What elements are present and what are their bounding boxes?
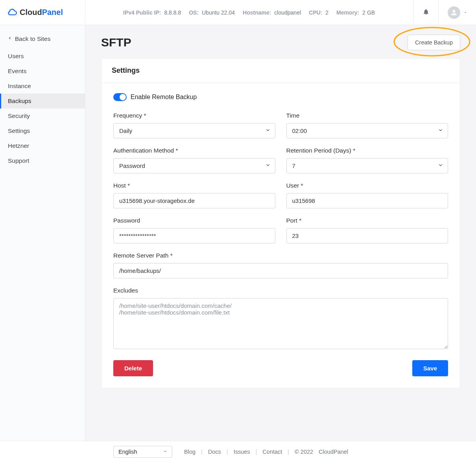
retention-group: Retention Period (Days) * 7 — [286, 147, 448, 173]
frequency-label: Frequency * — [113, 112, 275, 119]
bell-icon — [422, 8, 430, 17]
brand[interactable]: CloudPanel — [0, 0, 85, 25]
auth-method-group: Authentication Method * Password — [113, 147, 275, 173]
sidebar: Back to Sites Users Events Instance Back… — [0, 25, 85, 441]
remote-path-group: Remote Server Path * — [113, 252, 448, 278]
meta-os: OS: Ubuntu 22.04 — [189, 9, 235, 16]
port-input[interactable] — [286, 228, 448, 243]
sidebar-item-security[interactable]: Security — [0, 109, 85, 123]
create-backup-button[interactable]: Create Backup — [408, 35, 460, 50]
footer-link-docs[interactable]: Docs — [208, 449, 221, 455]
back-to-sites-label: Back to Sites — [15, 35, 50, 42]
host-label: Host * — [113, 182, 275, 189]
form-button-row: Delete Save — [113, 360, 448, 376]
retention-select[interactable]: 7 — [286, 158, 448, 173]
sidebar-item-events[interactable]: Events — [0, 64, 85, 79]
footer: English Blog| Docs| Issues| Contact| © 2… — [0, 441, 476, 462]
topbar-right — [413, 0, 476, 25]
sidebar-item-settings[interactable]: Settings — [0, 123, 85, 138]
frequency-group: Frequency * Daily — [113, 112, 275, 138]
footer-product: CloudPanel — [319, 449, 348, 455]
footer-link-blog[interactable]: Blog — [184, 449, 196, 455]
password-label: Password — [113, 217, 275, 224]
user-group: User * — [286, 182, 448, 208]
sidebar-item-support[interactable]: Support — [0, 153, 85, 168]
language-select-wrap: English — [113, 446, 172, 458]
host-input[interactable] — [113, 193, 275, 208]
settings-card-header: Settings — [101, 59, 460, 83]
toggle-knob-icon — [120, 94, 126, 100]
user-menu[interactable] — [438, 0, 476, 25]
notifications-button[interactable] — [413, 0, 438, 25]
host-group: Host * — [113, 182, 275, 208]
remote-path-input[interactable] — [113, 263, 448, 278]
time-label: Time — [286, 112, 448, 119]
remote-path-label: Remote Server Path * — [113, 252, 448, 259]
retention-label: Retention Period (Days) * — [286, 147, 448, 154]
main-content: SFTP Create Backup Settings Enable Remot… — [85, 25, 476, 441]
meta-ip: IPv4 Public IP: 8.8.8.8 — [123, 9, 181, 16]
enable-remote-backup-toggle[interactable] — [113, 93, 127, 101]
enable-remote-backup-label: Enable Remote Backup — [131, 94, 197, 101]
brand-text-panel: Panel — [42, 8, 63, 17]
excludes-textarea[interactable] — [113, 298, 448, 349]
delete-button[interactable]: Delete — [113, 360, 153, 376]
page-header: SFTP Create Backup — [101, 35, 460, 50]
footer-copyright: © 2022 — [295, 449, 313, 455]
time-select[interactable]: 02:00 — [286, 123, 448, 138]
auth-method-label: Authentication Method * — [113, 147, 275, 154]
meta-memory: Memory: 2 GB — [336, 9, 375, 16]
sidebar-nav: Users Events Instance Backups Security S… — [0, 49, 85, 168]
meta-cpu: CPU: 2 — [309, 9, 328, 16]
auth-method-select[interactable]: Password — [113, 158, 275, 173]
brand-text-cloud: Cloud — [20, 8, 42, 17]
meta-hostname: Hostname: cloudpanel — [243, 9, 301, 16]
port-label: Port * — [286, 217, 448, 224]
cloud-logo-icon — [7, 7, 17, 18]
settings-card: Settings Enable Remote Backup Frequency … — [101, 58, 460, 388]
port-group: Port * — [286, 217, 448, 243]
topbar: CloudPanel IPv4 Public IP: 8.8.8.8 OS: U… — [0, 0, 476, 25]
excludes-label: Excludes — [113, 287, 448, 294]
password-group: Password — [113, 217, 275, 243]
user-label: User * — [286, 182, 448, 189]
topbar-meta: IPv4 Public IP: 8.8.8.8 OS: Ubuntu 22.04… — [85, 0, 413, 25]
back-to-sites-link[interactable]: Back to Sites — [0, 30, 85, 49]
chevron-left-icon — [8, 35, 12, 42]
user-input[interactable] — [286, 193, 448, 208]
time-group: Time 02:00 — [286, 112, 448, 138]
settings-card-body: Enable Remote Backup Frequency * Daily — [101, 83, 460, 388]
frequency-select[interactable]: Daily — [113, 123, 275, 138]
excludes-group: Excludes — [113, 287, 448, 351]
settings-card-title: Settings — [112, 66, 450, 75]
save-button[interactable]: Save — [412, 360, 448, 376]
footer-link-issues[interactable]: Issues — [234, 449, 250, 455]
page-title: SFTP — [101, 36, 131, 49]
sidebar-item-backups[interactable]: Backups — [0, 94, 85, 109]
footer-link-contact[interactable]: Contact — [262, 449, 282, 455]
avatar-icon — [448, 6, 460, 19]
password-input[interactable] — [113, 228, 275, 243]
sidebar-item-users[interactable]: Users — [0, 49, 85, 64]
language-select[interactable]: English — [113, 446, 172, 458]
chevron-down-icon — [463, 9, 467, 16]
sidebar-item-instance[interactable]: Instance — [0, 79, 85, 94]
sidebar-item-hetzner[interactable]: Hetzner — [0, 138, 85, 153]
enable-remote-backup-row: Enable Remote Backup — [113, 93, 448, 101]
